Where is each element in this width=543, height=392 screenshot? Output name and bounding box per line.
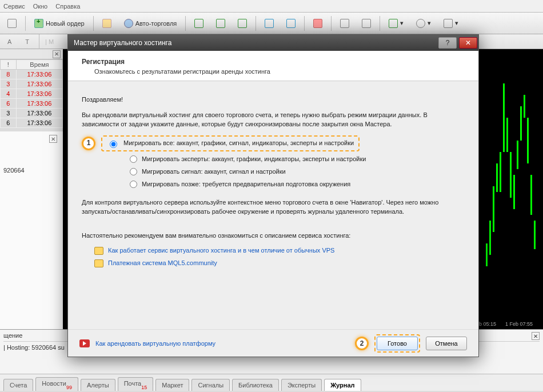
bottom-tabs: Счета Новости99 Алерты Почта15 Маркет Си… [0,374,543,391]
table-row[interactable]: 617:33:06 [1,118,63,128]
dialog-heading: Регистрация [82,58,465,66]
radio-migrate-later[interactable]: Мигрировать позже: требуется предварител… [130,180,465,189]
done-button[interactable]: Готово [377,337,418,350]
grid-icon [313,19,322,28]
dialog-title: Мастер виртуального хостинга [74,39,436,47]
toolbar-icon-button[interactable] [98,16,115,31]
radio-input[interactable] [130,155,137,163]
radio-input[interactable] [130,168,137,175]
dialog-footer: Как арендовать виртуальную платформу 2 Г… [68,329,478,357]
close-icon[interactable]: ✕ [53,50,61,58]
navigator-item[interactable]: 920664 [3,167,59,174]
chart-time-label: 1 Feb 07:55 [505,321,533,327]
chart-right-button[interactable] [358,16,375,31]
table-row[interactable]: 417:33:06 [1,89,63,99]
chart-icon [194,19,203,28]
plus-icon [389,19,398,28]
radio-label: Мигрировать все: аккаунт, графики, сигна… [123,139,354,148]
radio-migrate-experts[interactable]: Мигрировать эксперты: аккаунт, графики, … [130,155,465,164]
chart-icon [216,19,225,28]
help-button[interactable]: ? [438,37,457,49]
zoom-out-button[interactable] [282,16,300,31]
tab-accounts[interactable]: Счета [3,379,33,391]
callout-marker: 1 [82,137,95,150]
clock-icon [416,19,425,28]
menu-item[interactable]: Сервис [3,3,25,10]
navigator-panel: ✕ 920664 [0,128,63,329]
separator-icon [25,16,26,31]
table-header[interactable]: Время [16,60,62,70]
grid-button[interactable] [309,16,326,31]
text-tool-a[interactable]: A [3,34,15,49]
book-icon [94,247,103,255]
text-paragraph: Вы арендовали виртуальный хостинг для св… [82,111,465,129]
template-button[interactable]: ▾ [440,16,462,31]
plus-icon [34,19,43,28]
cancel-button[interactable]: Отмена [426,337,467,350]
radio-input[interactable] [110,141,117,148]
table-row[interactable]: 617:33:06 [1,99,63,109]
youtube-icon [79,339,90,347]
chart-left-button[interactable] [336,16,353,31]
chart-tool-button[interactable] [212,16,229,31]
clock-button[interactable]: ▾ [412,16,435,31]
text-tool-t[interactable]: T [21,34,33,49]
auto-trade-button[interactable]: Авто-торговля [120,16,181,31]
text-paragraph: Настоятельно рекомендуем вам внимательно… [82,231,465,241]
panel-header: ✕ [0,49,63,59]
link-payment-system[interactable]: Платежная система MQL5.community [108,259,217,268]
menu-item[interactable]: Справка [55,3,80,10]
arrow-icon [340,19,349,28]
book-icon [94,259,103,267]
zoom-in-button[interactable] [261,16,278,31]
chart-tool-button[interactable] [234,16,251,31]
link-hosting-info[interactable]: Как работает сервис виртуального хостинг… [108,246,334,255]
close-icon[interactable]: ✕ [49,135,57,143]
text-congrats: Поздравляем! [82,95,465,105]
new-order-button[interactable]: Новый ордер [30,16,89,31]
button-label: Новый ордер [46,20,85,27]
tab-signals[interactable]: Сигналы [191,379,230,391]
close-button[interactable]: ✕ [459,37,477,49]
magnify-minus-icon [286,19,296,28]
folder-icon [102,19,111,28]
auto-trade-icon [124,19,133,28]
dialog-titlebar[interactable]: Мастер виртуального хостинга ? ✕ [68,35,478,51]
separator-icon [39,34,39,49]
toolbar-icon-button[interactable] [3,16,21,31]
menu-bar: Сервис Окно Справка [0,0,543,13]
file-icon [7,19,17,28]
radio-label: Мигрировать позже: требуется предварител… [142,180,350,189]
tab-news[interactable]: Новости99 [35,377,78,391]
table-row[interactable]: 317:33:06 [1,79,63,89]
menu-item[interactable]: Окно [33,3,48,10]
chart-tool-button[interactable] [190,16,207,31]
dialog-header: Регистрация Ознакомьтесь с результатами … [68,51,478,81]
dialog-body: Поздравляем! Вы арендовали виртуальный х… [68,81,478,329]
tab-experts[interactable]: Эксперты [281,379,322,391]
radio-migrate-all[interactable]: Мигрировать все: аккаунт, графики, сигна… [101,135,360,151]
table-row[interactable]: 317:33:06 [1,109,63,118]
table-header[interactable]: ! [1,60,17,70]
chart-time-label: b 05:15 [479,321,496,327]
separator-icon [255,16,256,31]
separator-icon [331,16,332,31]
tab-mail[interactable]: Почта15 [118,377,154,391]
link-video-tutorial[interactable]: Как арендовать виртуальную платформу [95,340,215,347]
separator-icon [380,16,380,31]
virtual-hosting-wizard-dialog: Мастер виртуального хостинга ? ✕ Регистр… [67,34,479,357]
radio-input[interactable] [130,181,137,188]
tab-library[interactable]: Библиотека [232,379,279,391]
chart-icon [238,19,247,28]
arrow-icon [362,19,371,28]
close-icon[interactable]: ✕ [532,332,540,340]
radio-label: Мигрировать эксперты: аккаунт, графики, … [142,155,366,164]
radio-migrate-signal[interactable]: Мигрировать сигнал: аккаунт, сигнал и на… [130,167,465,177]
tab-market[interactable]: Маркет [155,379,189,391]
tab-alerts[interactable]: Алерты [81,379,115,391]
left-column: ✕ ! Время 817:33:06 317:33:06 417:33:06 … [0,49,63,329]
tab-journal[interactable]: Журнал [324,379,361,391]
add-button[interactable]: ▾ [385,16,408,31]
table-row[interactable]: 817:33:06 [1,70,63,79]
text-paragraph: Для контроля виртуального сервера исполь… [82,198,465,217]
